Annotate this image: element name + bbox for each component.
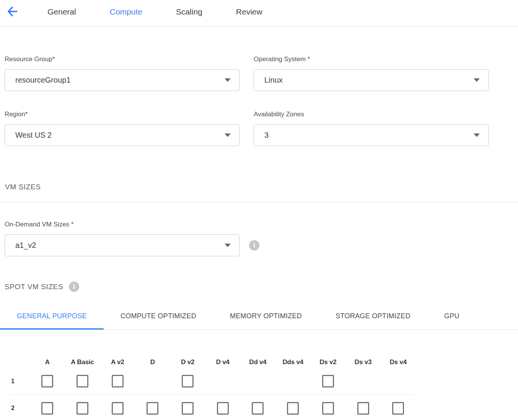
operating-system-select[interactable]: Linux	[254, 69, 489, 91]
spot-size-checkbox-a-v2-row-1[interactable]	[112, 375, 124, 387]
spot-tab-gpu[interactable]: GPU	[427, 305, 476, 329]
spot-size-checkbox-dds-v4-row-2[interactable]	[287, 402, 299, 415]
column-header-d-v2: D v2	[170, 357, 205, 368]
wizard-tab-scaling[interactable]: Scaling	[176, 6, 202, 18]
spot-tab-general-purpose[interactable]: GENERAL PURPOSE	[0, 305, 104, 329]
wizard-tab-compute[interactable]: Compute	[110, 6, 142, 18]
row-number-1: 1	[10, 368, 30, 395]
spot-size-checkbox-a-basic-row-2[interactable]	[77, 402, 88, 415]
back-button[interactable]	[5, 5, 19, 18]
cell-ds-v2-row-1	[311, 368, 346, 395]
spot-category-tabs: GENERAL PURPOSECOMPUTE OPTIMIZEDMEMORY O…	[0, 305, 518, 330]
empty-cell-d-v4-row-1	[205, 368, 240, 395]
cell-d-v4-row-2	[205, 395, 240, 420]
spot-size-checkbox-ds-v2-row-1[interactable]	[322, 375, 334, 387]
column-header-ds-v3: Ds v3	[345, 357, 381, 368]
region-value: West US 2	[15, 131, 52, 140]
column-header-a-basic: A Basic	[65, 357, 100, 368]
field-availability-zones: Availability Zones3	[254, 110, 489, 146]
chevron-down-icon	[225, 133, 231, 137]
spot-tab-storage-optimized[interactable]: STORAGE OPTIMIZED	[319, 305, 427, 329]
chevron-down-icon	[225, 78, 231, 82]
wizard-tabs: GeneralComputeScalingReview	[47, 5, 262, 18]
column-header-dds-v4: Dds v4	[275, 357, 311, 368]
column-header-blank	[10, 357, 30, 368]
on-demand-info-icon[interactable]: i	[249, 240, 259, 251]
column-header-ds-v2: Ds v2	[311, 357, 346, 368]
spot-size-checkbox-d-v2-row-1[interactable]	[182, 375, 194, 387]
spot-size-checkbox-a-basic-row-1[interactable]	[77, 375, 88, 387]
column-header-a-v2: A v2	[100, 357, 135, 368]
chevron-down-icon	[225, 244, 231, 247]
vm-sizes-section-title: VM SIZES	[5, 182, 518, 192]
field-resource-group: Resource Group*resourceGroup1	[5, 55, 239, 91]
cell-d-row-2	[135, 395, 170, 420]
cell-d-v2-row-1	[170, 368, 205, 395]
spot-size-checkbox-ds-v2-row-2[interactable]	[322, 402, 334, 415]
spot-info-icon[interactable]: i	[69, 282, 79, 292]
cell-dds-v4-row-2	[275, 395, 311, 420]
spot-size-matrix: AA BasicA v2DD v2D v4Dd v4Dds v4Ds v2Ds …	[10, 357, 518, 420]
spot-size-checkbox-d-v2-row-2[interactable]	[182, 402, 194, 415]
availability-zones-label: Availability Zones	[254, 110, 489, 119]
spot-vm-sizes-section: SPOT VM SIZES i GENERAL PURPOSECOMPUTE O…	[0, 282, 518, 420]
on-demand-vm-sizes-value: a1_v2	[15, 241, 36, 250]
cell-a-row-1	[30, 368, 65, 395]
spot-vm-sizes-header: SPOT VM SIZES i	[5, 282, 518, 292]
resource-group-label: Resource Group*	[5, 55, 239, 63]
empty-cell-d-row-1	[135, 368, 170, 395]
spot-size-checkbox-ds-v3-row-2[interactable]	[357, 402, 369, 415]
section-divider	[0, 202, 518, 202]
chevron-down-icon	[474, 133, 480, 137]
resource-group-value: resourceGroup1	[15, 76, 71, 85]
column-header-dd-v4: Dd v4	[240, 357, 275, 368]
cell-ds-v2-row-2	[311, 395, 346, 420]
spot-tab-compute-optimized[interactable]: COMPUTE OPTIMIZED	[104, 305, 213, 329]
vm-config-page: GeneralComputeScalingReview Resource Gro…	[0, 0, 518, 420]
form-grid: Resource Group*resourceGroup1Operating S…	[5, 55, 518, 146]
spot-size-checkbox-d-row-2[interactable]	[147, 402, 158, 415]
cell-a-basic-row-1	[65, 368, 100, 395]
region-label: Region*	[5, 110, 239, 119]
on-demand-row: On-Demand VM Sizes * a1_v2 i	[5, 220, 518, 256]
on-demand-vm-sizes-select[interactable]: a1_v2	[5, 234, 239, 256]
on-demand-vm-sizes-label: On-Demand VM Sizes *	[5, 220, 239, 229]
operating-system-value: Linux	[264, 76, 283, 85]
field-on-demand-vm-sizes: On-Demand VM Sizes * a1_v2	[5, 220, 239, 256]
spot-size-checkbox-dd-v4-row-2[interactable]	[252, 402, 264, 415]
operating-system-label: Operating System *	[254, 55, 489, 63]
wizard-tab-general[interactable]: General	[47, 6, 76, 18]
resource-group-select[interactable]: resourceGroup1	[5, 69, 239, 91]
empty-cell-dd-v4-row-1	[240, 368, 275, 395]
availability-zones-select[interactable]: 3	[254, 124, 489, 146]
wizard-header: GeneralComputeScalingReview	[0, 0, 518, 27]
vm-sizes-section: VM SIZES On-Demand VM Sizes * a1_v2 i	[0, 182, 518, 256]
cell-a-basic-row-2	[65, 395, 100, 420]
empty-cell-ds-v4-row-1	[381, 368, 416, 395]
spot-size-checkbox-a-v2-row-2[interactable]	[112, 402, 124, 415]
field-operating-system: Operating System *Linux	[254, 55, 489, 91]
spot-size-checkbox-d-v4-row-2[interactable]	[217, 402, 229, 415]
cell-ds-v4-row-2	[381, 395, 416, 420]
spot-tab-memory-optimized[interactable]: MEMORY OPTIMIZED	[213, 305, 319, 329]
cell-ds-v3-row-2	[345, 395, 381, 420]
chevron-down-icon	[474, 78, 480, 82]
column-header-ds-v4: Ds v4	[381, 357, 416, 368]
column-header-d: D	[135, 357, 170, 368]
empty-cell-dds-v4-row-1	[275, 368, 311, 395]
cell-dd-v4-row-2	[240, 395, 275, 420]
column-header-d-v4: D v4	[205, 357, 240, 368]
spot-size-checkbox-a-row-1[interactable]	[41, 375, 53, 387]
row-number-2: 2	[10, 395, 30, 420]
back-arrow-icon	[6, 5, 19, 18]
availability-zones-value: 3	[264, 131, 269, 140]
field-region: Region*West US 2	[5, 110, 239, 146]
spot-size-checkbox-ds-v4-row-2[interactable]	[392, 402, 404, 415]
region-select[interactable]: West US 2	[5, 124, 239, 146]
spot-size-checkbox-a-row-2[interactable]	[41, 402, 53, 415]
wizard-tab-review[interactable]: Review	[236, 6, 262, 18]
spot-vm-sizes-title: SPOT VM SIZES	[5, 282, 63, 291]
cell-d-v2-row-2	[170, 395, 205, 420]
cell-a-row-2	[30, 395, 65, 420]
column-header-a: A	[30, 357, 65, 368]
